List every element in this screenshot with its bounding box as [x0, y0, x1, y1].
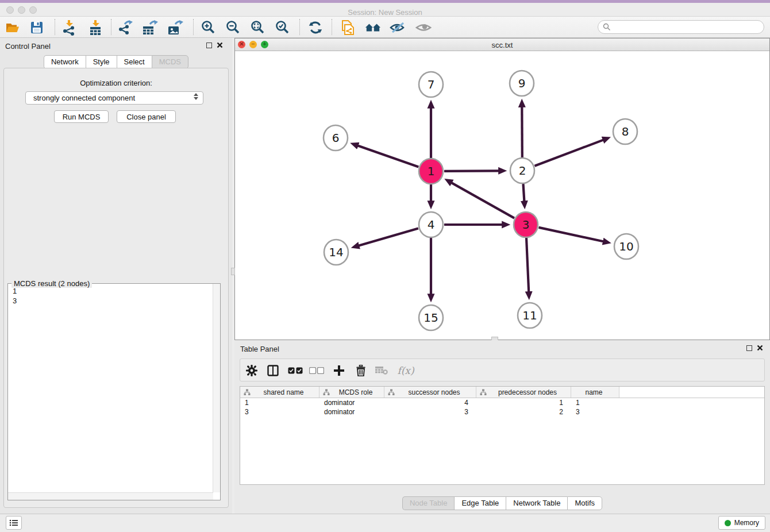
- deselect-all-icon[interactable]: [309, 363, 325, 379]
- export-table-icon[interactable]: [142, 20, 158, 36]
- cell-shared_name[interactable]: 1: [240, 398, 319, 407]
- graph-edge-1-2[interactable]: [444, 171, 499, 171]
- search-input[interactable]: [598, 20, 764, 34]
- graph-edge-1-6[interactable]: [358, 146, 419, 167]
- delete-icon[interactable]: [353, 363, 369, 379]
- vertical-splitter-handle[interactable]: [231, 268, 235, 275]
- tab-motifs[interactable]: Motifs: [567, 496, 602, 510]
- graph-node-8[interactable]: 8: [613, 119, 637, 144]
- graph-edge-2-8[interactable]: [535, 140, 603, 166]
- control-panel: Control Panel NetworkStyleSelectMCDS Opt…: [0, 38, 232, 514]
- table-panel-title: Table Panel: [240, 345, 279, 353]
- refresh-icon[interactable]: [307, 20, 324, 36]
- horizontal-scrollbar[interactable]: [8, 492, 213, 500]
- import-table-icon[interactable]: [87, 20, 103, 36]
- column-header-name[interactable]: name: [571, 387, 619, 398]
- main-toolbar: [0, 17, 770, 38]
- cell-successor_nodes[interactable]: 4: [384, 398, 476, 407]
- graph-node-6[interactable]: 6: [324, 125, 348, 151]
- cell-predecessor_nodes[interactable]: 1: [476, 398, 571, 407]
- graph-node-3[interactable]: 3: [514, 212, 538, 237]
- cell-successor_nodes[interactable]: 3: [384, 407, 476, 417]
- cell-name[interactable]: 3: [571, 407, 619, 417]
- cell-mcds_role[interactable]: dominator: [319, 398, 384, 407]
- tab-network[interactable]: Network: [44, 55, 86, 69]
- table-body: 1dominator4113dominator323: [240, 398, 764, 417]
- graph-node-10[interactable]: 10: [614, 234, 638, 259]
- table-row[interactable]: 1dominator411: [240, 398, 764, 407]
- table-row[interactable]: 3dominator323: [240, 407, 764, 417]
- graph-edge-3-10[interactable]: [539, 228, 603, 241]
- zoom-out-icon[interactable]: [225, 20, 241, 36]
- graph-node-14[interactable]: 14: [324, 240, 348, 265]
- memory-button[interactable]: Memory: [718, 516, 765, 530]
- graph-node-4[interactable]: 4: [419, 212, 443, 237]
- zoom-fit-icon[interactable]: [250, 20, 266, 36]
- home-icon[interactable]: [365, 20, 381, 36]
- tab-edge-table[interactable]: Edge Table: [454, 496, 506, 510]
- column-header-MCDS-role[interactable]: MCDS role: [319, 387, 384, 398]
- tab-node-table[interactable]: Node Table: [402, 496, 455, 510]
- zoom-in-icon[interactable]: [201, 20, 217, 36]
- optimization-criterion-select[interactable]: strongly connected component: [25, 91, 203, 105]
- cell-name[interactable]: 1: [571, 398, 619, 407]
- columns-icon[interactable]: [265, 363, 281, 379]
- graph-edge-2-9[interactable]: [522, 107, 522, 157]
- svg-text:3: 3: [522, 218, 530, 232]
- export-network-icon[interactable]: [117, 20, 133, 36]
- gear-icon[interactable]: [244, 363, 260, 379]
- delete-column-icon[interactable]: [374, 363, 390, 379]
- cell-shared_name[interactable]: 3: [240, 407, 319, 417]
- column-header-shared-name[interactable]: shared name: [240, 387, 319, 398]
- graph-node-11[interactable]: 11: [518, 303, 542, 328]
- import-network-icon[interactable]: [61, 20, 77, 36]
- network-graph: 7968124314101511: [235, 51, 769, 340]
- float-panel-icon[interactable]: [206, 43, 212, 48]
- zoom-selected-icon[interactable]: [275, 20, 291, 36]
- svg-text:14: 14: [329, 245, 343, 259]
- graph-node-7[interactable]: 7: [419, 72, 443, 97]
- function-icon[interactable]: f(x): [394, 363, 417, 379]
- run-mcds-button[interactable]: Run MCDS: [54, 110, 109, 123]
- select-all-icon[interactable]: [287, 363, 303, 379]
- cell-mcds_role[interactable]: dominator: [319, 407, 384, 417]
- save-session-icon[interactable]: [29, 20, 45, 36]
- optimization-criterion-label: Optimization criterion:: [0, 79, 232, 87]
- tab-mcds[interactable]: MCDS: [152, 55, 188, 69]
- network-canvas[interactable]: 7968124314101511: [235, 51, 769, 340]
- memory-label: Memory: [734, 519, 759, 527]
- graph-node-9[interactable]: 9: [510, 71, 534, 96]
- duplicate-network-icon[interactable]: [340, 20, 356, 36]
- graph-edge-3-1[interactable]: [452, 183, 514, 218]
- graph-node-1[interactable]: 1: [419, 159, 443, 184]
- hide-eye-icon[interactable]: [390, 20, 406, 36]
- graph-edge-3-11[interactable]: [526, 238, 529, 292]
- graph-edge-2-3[interactable]: [523, 184, 525, 201]
- tab-style[interactable]: Style: [86, 55, 117, 69]
- svg-text:10: 10: [619, 240, 633, 253]
- graph-node-2[interactable]: 2: [510, 158, 534, 183]
- graph-node-15[interactable]: 15: [419, 305, 443, 330]
- network-window-titlebar[interactable]: ✕ − + scc.txt: [235, 38, 769, 51]
- cell-predecessor_nodes[interactable]: 2: [476, 407, 571, 417]
- close-panel-button[interactable]: Close panel: [117, 110, 176, 123]
- toolbar-separator: [193, 19, 194, 35]
- close-panel-icon[interactable]: [217, 42, 223, 48]
- close-table-panel-icon[interactable]: [757, 345, 763, 351]
- graph-edge-4-14[interactable]: [359, 228, 418, 245]
- optimization-criterion-value: strongly connected component: [33, 94, 135, 102]
- tab-network-table[interactable]: Network Table: [506, 496, 567, 510]
- open-session-icon[interactable]: [5, 20, 21, 36]
- table-panel: Table Panel: [234, 340, 770, 514]
- vertical-scrollbar[interactable]: [213, 284, 220, 492]
- column-header-successor-nodes[interactable]: successor nodes: [384, 387, 476, 398]
- show-eye-icon[interactable]: [415, 20, 432, 36]
- float-table-panel-icon[interactable]: [746, 345, 752, 351]
- svg-text:7: 7: [428, 78, 435, 91]
- mcds-result-box: MCDS result (2 nodes) 1 3: [7, 283, 221, 500]
- task-history-button[interactable]: [6, 516, 22, 530]
- column-header-predecessor-nodes[interactable]: predecessor nodes: [476, 387, 571, 398]
- add-icon[interactable]: [331, 363, 347, 379]
- tab-select[interactable]: Select: [117, 55, 152, 69]
- export-image-icon[interactable]: [167, 20, 183, 36]
